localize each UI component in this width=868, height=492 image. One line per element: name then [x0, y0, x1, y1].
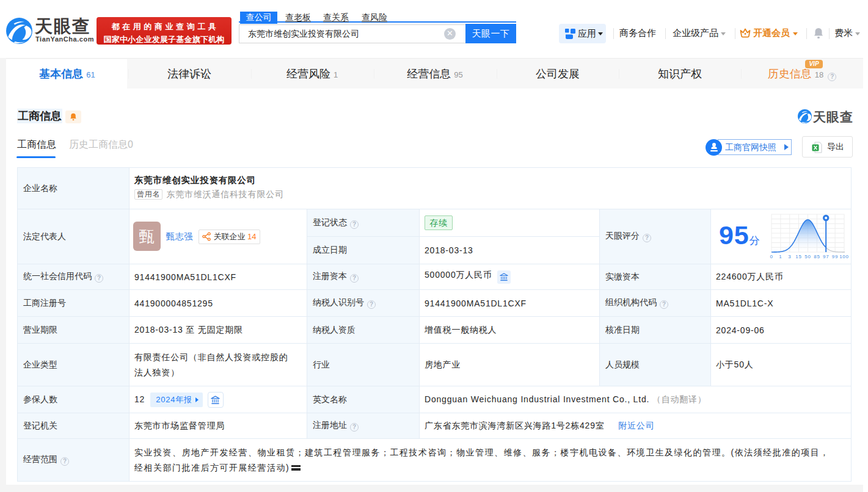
svg-text:97: 97 — [823, 254, 830, 259]
svg-text:0: 0 — [770, 254, 773, 259]
svg-text:1: 1 — [779, 254, 782, 259]
svg-text:15: 15 — [796, 254, 803, 259]
svg-text:3: 3 — [788, 254, 791, 259]
svg-text:100: 100 — [839, 254, 849, 259]
svg-text:50: 50 — [805, 254, 812, 259]
svg-text:99: 99 — [832, 254, 839, 259]
svg-text:85: 85 — [814, 254, 820, 259]
